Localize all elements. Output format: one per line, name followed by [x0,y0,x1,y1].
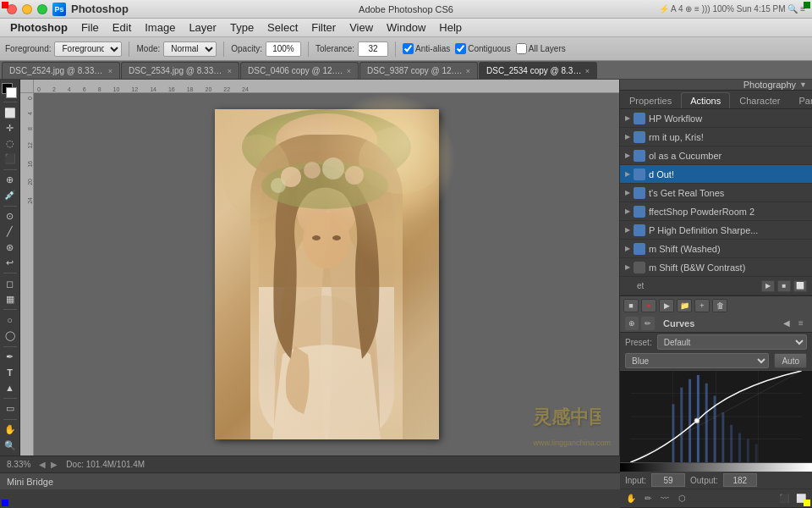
action-item-7[interactable]: ▶ m Shift (Washed) [620,240,812,258]
menu-window[interactable]: Window [380,19,432,36]
tool-quick-select[interactable]: ⬛ [2,152,19,166]
menu-view[interactable]: View [343,19,380,36]
tab-actions[interactable]: Actions [681,92,730,108]
nav-next-btn[interactable]: ▶ [49,460,59,469]
action-item-6[interactable]: ▶ P High Definition Sharpe... [620,221,812,240]
opacity-input[interactable] [266,41,301,57]
curve-pencil-tool[interactable]: ✏ [640,491,656,506]
window-controls[interactable] [7,4,47,14]
tool-move[interactable]: ✛ [2,121,19,135]
menu-file[interactable]: File [74,19,106,36]
curve-pencil-icon[interactable]: ✏ [641,317,655,330]
foreground-select[interactable]: Foreground [54,41,122,57]
action-label-6: P High Definition Sharpe... [649,225,758,235]
curves-graph[interactable] [620,370,812,463]
minimize-button[interactable] [22,4,32,14]
action-stop-btn[interactable]: ■ [623,299,639,312]
tool-rectangular-marquee[interactable]: ⬜ [2,106,19,119]
action-record-btn[interactable]: ● [641,299,656,312]
action-delete-btn[interactable]: 🗑 [712,299,727,312]
menu-image[interactable]: Image [138,19,182,36]
tool-path-select[interactable]: ▲ [2,381,19,395]
properties-icon-1[interactable]: ◀ [781,318,793,329]
curve-point-icon[interactable]: ⊕ [625,317,639,330]
tab-2[interactable]: DSC_0406 copy @ 12.5% (Layer 1, RGB/... … [240,62,359,79]
tool-hand[interactable]: ✋ [2,423,19,437]
action-sub-btn-2[interactable]: ■ [777,280,791,292]
mode-select[interactable]: Normal [163,41,217,57]
curve-hand-tool[interactable]: ✋ [623,491,639,506]
tool-clone-stamp[interactable]: ⊛ [2,240,19,254]
action-item-1[interactable]: ▶ rm it up, Kris! [620,128,812,146]
action-folder-btn[interactable]: 📁 [677,299,692,312]
input-value[interactable] [651,473,685,487]
tool-gradient[interactable]: ▦ [2,292,19,306]
tool-healing[interactable]: ⊙ [2,210,19,224]
action-play-btn[interactable]: ▶ [659,299,674,312]
curve-corner-tool[interactable]: ⬡ [674,491,689,506]
menu-select[interactable]: Select [261,19,304,36]
menu-filter[interactable]: Filter [304,19,343,36]
tab-paragraph[interactable]: Paragraph [790,92,812,108]
tab-2-close[interactable]: × [347,67,351,75]
tool-type[interactable]: T [2,366,19,379]
menu-type[interactable]: Type [223,19,261,36]
tab-4-close[interactable]: × [585,67,590,75]
contiguous-checkbox[interactable] [455,43,466,54]
tool-blur[interactable]: ○ [2,313,19,327]
curve-black-point[interactable]: ⬛ [776,491,792,506]
tool-brush[interactable]: ╱ [2,225,19,239]
tool-lasso[interactable]: ◌ [2,136,19,150]
tool-crop[interactable]: ⊕ [2,173,19,186]
tab-4-label: DSC_2534 copy @ 8.33% (Curves 2, Layer M… [486,66,582,75]
curve-smooth-tool[interactable]: 〰 [657,491,672,506]
action-new-btn[interactable]: + [694,299,710,312]
tool-zoom[interactable]: 🔍 [2,439,19,452]
action-item-3[interactable]: ▶ d Out! [620,165,812,184]
preset-select[interactable]: Default [657,334,807,350]
menu-help[interactable]: Help [432,19,469,36]
action-item-0[interactable]: ▶ HP Workflow [620,109,812,128]
tab-1[interactable]: DSC_2534.jpg @ 8.33% (RGB/... × [121,62,239,79]
tab-properties[interactable]: Properties [620,92,681,108]
tab-3-close[interactable]: × [466,67,470,75]
anti-alias-label: Anti-alias [403,43,450,54]
tool-dodge[interactable]: ◯ [2,329,19,342]
tool-shape[interactable]: ▭ [2,402,19,416]
tab-character[interactable]: Character [730,92,789,108]
output-value[interactable] [723,473,757,487]
tool-eraser[interactable]: ◻ [2,277,19,290]
action-sub-btn-3[interactable]: ⬜ [793,280,807,292]
action-item-2[interactable]: ▶ ol as a Cucumber [620,146,812,165]
menu-photoshop[interactable]: Photoshop [3,19,74,36]
tab-4[interactable]: DSC_2534 copy @ 8.33% (Curves 2, Layer M… [479,62,597,79]
tab-1-close[interactable]: × [228,67,232,75]
properties-icon-2[interactable]: ≡ [795,318,807,329]
menu-edit[interactable]: Edit [106,19,138,36]
action-label-8: m Shift (B&W Contrast) [649,262,745,273]
all-layers-checkbox[interactable] [516,43,527,54]
tool-eyedropper[interactable]: 💉 [2,189,19,202]
action-item-4[interactable]: ▶ t's Get Real Tones [620,184,812,202]
tolerance-input[interactable] [358,41,388,57]
zoom-level: 8.33% [7,460,30,469]
action-item-5[interactable]: ▶ ffectShop PowderRoom 2 [620,202,812,221]
action-item-8[interactable]: ▶ m Shift (B&W Contrast) [620,258,812,277]
action-arrow-5: ▶ [625,207,630,215]
action-sub-btn-1[interactable]: ▶ [761,280,775,292]
channel-select[interactable]: Blue RGB Red Green [625,353,769,368]
tool-pen[interactable]: ✒ [2,350,19,363]
tab-0[interactable]: DSC_2524.jpg @ 8.33% (RGB/... × [2,62,120,79]
svg-rect-29 [730,425,732,462]
workspace-selector[interactable]: Photography ▼ [620,80,812,91]
color-swatches[interactable] [2,83,19,97]
nav-prev-btn[interactable]: ◀ [37,460,47,469]
tab-0-close[interactable]: × [108,67,112,75]
tab-3[interactable]: DSC_9387 copy @ 12.5% (RGB/... × [359,62,478,79]
tool-history-brush[interactable]: ↩ [2,256,19,269]
maximize-button[interactable] [37,4,47,14]
canvas-area[interactable]: 024 6810 121416 182022 24 0 4 8 12 16 20… [20,80,619,456]
anti-alias-checkbox[interactable] [403,43,414,54]
auto-button[interactable]: Auto [774,353,807,368]
menu-layer[interactable]: Layer [182,19,223,36]
